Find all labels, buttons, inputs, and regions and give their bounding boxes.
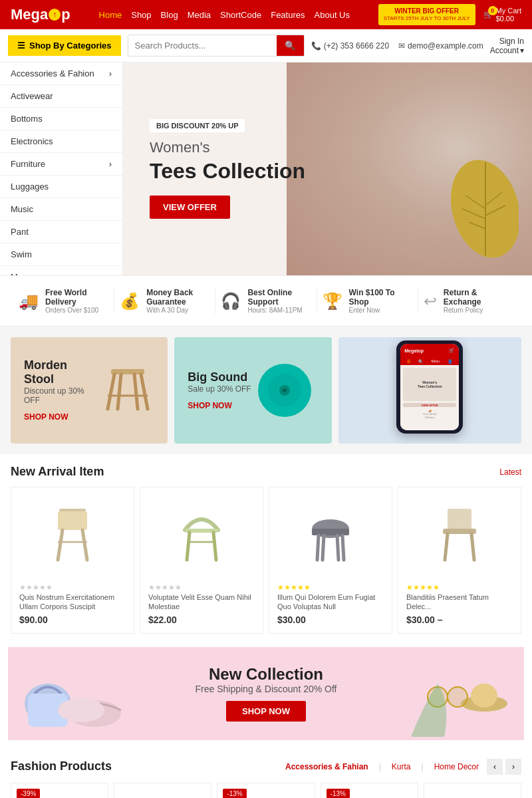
sidebar-menu-item[interactable]: Swim — [0, 243, 122, 266]
shop-now-speaker-link[interactable]: SHOP NOW — [188, 401, 231, 410]
product-name: Voluptate Velit Esse Quam Nihil Molestia… — [148, 593, 255, 612]
sidebar-menu-item[interactable]: Bottoms — [0, 108, 122, 130]
svg-rect-7 — [111, 369, 144, 374]
fashion-products-title: Fashion Products — [11, 759, 112, 773]
hero-subtitle: Women's — [150, 139, 305, 156]
sidebar-menu-item[interactable]: Activewear — [0, 85, 122, 108]
new-arrival-grid: ★★★★★ Quis Nostrum Exercitationem Ullam … — [0, 484, 532, 647]
sidebar-menu-item[interactable]: Luggages — [0, 176, 122, 198]
phone-header-bar: Megatop 🛒 — [400, 344, 459, 357]
cart-button[interactable]: 🛒 0 My Cart $0.00 — [483, 7, 522, 23]
nav-media[interactable]: Media — [188, 10, 211, 20]
phone-cart-icon: 🛒 — [449, 348, 455, 353]
sidebar-menu-item[interactable]: Pant — [0, 221, 122, 243]
discount-tag-basket: -13% — [223, 789, 246, 798]
fashion-tab-accessories[interactable]: Accessories & Fahian — [281, 760, 372, 773]
sidebar-menu-item[interactable]: Furniture› — [0, 153, 122, 176]
nav-features[interactable]: Features — [271, 10, 305, 20]
feature-icon: 💰 — [120, 292, 140, 311]
svg-line-34 — [445, 534, 448, 560]
fashion-next-button[interactable]: › — [505, 759, 521, 775]
promo-card-phone: Megatop 🛒 ☰ 🔍 Menu 👤 Women'sTees Collect… — [338, 337, 522, 444]
new-arrival-link[interactable]: Latest — [499, 467, 521, 477]
feature-icon: 🎧 — [221, 292, 241, 311]
fashion-prev-button[interactable]: ‹ — [487, 759, 503, 775]
svg-line-35 — [471, 534, 474, 560]
sign-in-button[interactable]: Sign In Account ▾ — [490, 37, 524, 55]
sidebar-menu-item[interactable]: More — [0, 266, 122, 275]
feature-item: 🏆 Win $100 To Shop Enter Now — [317, 288, 418, 314]
fashion-tab-kurta[interactable]: Kurta — [388, 760, 415, 773]
fashion-card-camera: -39% 📷 — [11, 783, 108, 798]
promo-subtitle-speaker: Sale up 30% OFF — [188, 384, 251, 394]
cart-count-badge: 0 — [488, 6, 497, 15]
svg-line-30 — [323, 535, 324, 560]
svg-line-23 — [187, 533, 190, 560]
phone-logo: Megatop — [404, 348, 424, 353]
chair-image-wrap — [121, 790, 204, 798]
nav-about[interactable]: About Us — [315, 10, 350, 20]
promo-row: Morden Stool Discount up 30% OFF SHOP NO… — [0, 327, 532, 454]
phone-hero-mini-text: Women'sTees Collection — [418, 380, 442, 388]
product-name: Blanditiis Praesent Tatum Delec... — [406, 593, 513, 612]
new-collection-banner: New Collection Free Shipping & Discount … — [8, 647, 524, 740]
fashion-nav-arrows: ‹ › — [487, 759, 521, 775]
phone-menu-label: Menu — [432, 359, 440, 363]
nav-shortcode[interactable]: ShortCode — [220, 10, 261, 20]
nav-shop[interactable]: Shop — [131, 10, 151, 20]
svg-point-0 — [440, 156, 519, 262]
banner-center-text: New Collection Free Shipping & Discount … — [196, 665, 337, 722]
cart-amount: $0.00 — [496, 15, 522, 23]
shop-by-categories-button[interactable]: ☰ Shop By Categories — [8, 35, 121, 56]
svg-rect-17 — [59, 509, 86, 511]
new-collection-shop-now-button[interactable]: SHOP NOW — [226, 701, 306, 722]
search-input[interactable] — [128, 36, 277, 55]
feature-subtitle: With A 30 Day — [146, 307, 209, 314]
svg-point-43 — [448, 687, 467, 707]
nav-home[interactable]: Home — [99, 10, 122, 20]
fashion-tabs: Accessories & Fahian | Kurta | Home Deco… — [281, 760, 483, 773]
menu-icon: ☰ — [17, 41, 25, 51]
sidebar-menu-item[interactable]: Electronics — [0, 130, 122, 153]
camera2-image-wrap: 📹 — [431, 790, 514, 798]
promo-title-speaker: Big Sound — [188, 370, 251, 384]
search-button[interactable]: 🔍 — [277, 35, 304, 56]
svg-line-8 — [108, 374, 114, 409]
nav-blog[interactable]: Blog — [161, 10, 178, 20]
feature-text: Win $100 To Shop Enter Now — [349, 288, 412, 314]
product-price: $90.00 — [19, 614, 126, 625]
new-arrival-title: New Arrival Item — [11, 465, 104, 479]
sidebar-menu-item[interactable]: Music — [0, 198, 122, 221]
hero-title: Tees Collection — [150, 159, 305, 184]
svg-line-11 — [134, 374, 138, 409]
fashion-tab-home-decor[interactable]: Home Decor — [430, 760, 483, 773]
fashion-card-basket: -13% 🧺 — [217, 783, 315, 798]
feature-text: Free World Delivery Orders Over $100 — [45, 288, 108, 314]
logo-arrow-icon: ↑ — [49, 9, 61, 21]
promo-text-stool: Morden Stool Discount up 30% OFF SHOP NO… — [24, 358, 94, 422]
topbar: Mega ↑ p Home Shop Blog Media ShortCode … — [0, 0, 532, 29]
phone-features: 🚚Free WorldDelivery — [403, 409, 456, 419]
banner-title: New Collection — [196, 665, 337, 684]
product-image-wrap — [277, 495, 384, 575]
svg-line-29 — [342, 535, 344, 560]
promo-card-speaker: Big Sound Sale up 30% OFF SHOP NOW — [174, 337, 331, 444]
shop-now-stool-link[interactable]: SHOP NOW — [24, 412, 68, 422]
svg-point-41 — [471, 684, 497, 708]
top-navigation: Home Shop Blog Media ShortCode Features … — [99, 10, 350, 20]
feature-title: Return & Exchange — [444, 288, 513, 307]
feature-title: Best Online Support — [247, 288, 311, 307]
svg-point-39 — [58, 698, 104, 722]
svg-rect-32 — [448, 509, 471, 530]
phone-user-icon: 👤 — [448, 359, 452, 364]
view-offer-button[interactable]: VIEW OFFER — [150, 196, 230, 219]
logo[interactable]: Mega ↑ p — [11, 6, 70, 23]
discount-tag-shirt: -13% — [327, 789, 350, 798]
product-stars: ★★★★★ — [406, 583, 440, 591]
product-image-wrap — [406, 495, 513, 575]
sidebar-menu-item[interactable]: Accessories & Fahion› — [0, 63, 122, 85]
feature-icon: ↩ — [424, 292, 437, 311]
phone-menu-icon: ☰ — [407, 359, 410, 364]
banner-left-svg — [15, 650, 134, 737]
phone-info: 📞 (+2) 353 6666 220 — [311, 41, 389, 51]
